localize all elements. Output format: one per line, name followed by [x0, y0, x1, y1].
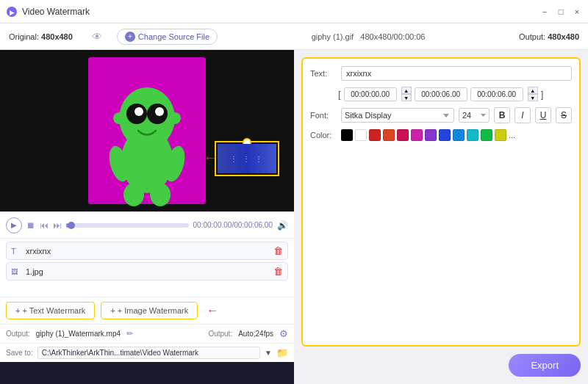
edit-output-icon[interactable]: ✏: [126, 329, 133, 338]
output-format-value: Auto;24fps: [238, 330, 273, 338]
main-content: ← ▶ ⏹ ⏮ ⏭ 00:00:00.00/00:00:06.00 🔊 T xr…: [0, 50, 588, 384]
start-time-spinner[interactable]: ▲ ▼: [401, 87, 412, 101]
color-yellow[interactable]: [495, 129, 506, 141]
layer-image-name: 1.jpg: [26, 267, 273, 276]
end-time-input[interactable]: [415, 87, 467, 101]
delete-image-layer-button[interactable]: 🗑: [273, 266, 283, 277]
app-title: Video Watermark: [22, 7, 539, 17]
strikethrough-button[interactable]: S: [556, 107, 572, 123]
underline-button[interactable]: U: [535, 107, 551, 123]
change-source-label: Change Source File: [138, 32, 209, 41]
duration-input[interactable]: [470, 87, 523, 101]
bracket-close: ]: [541, 89, 544, 100]
eye-icon[interactable]: 👁: [92, 31, 102, 43]
output-size: 480x480: [548, 32, 579, 41]
start-time-input[interactable]: [344, 87, 397, 101]
color-white[interactable]: [355, 129, 367, 141]
color-red[interactable]: [369, 129, 381, 141]
color-pink[interactable]: [397, 129, 409, 141]
play-button[interactable]: ▶: [6, 217, 22, 233]
font-selector[interactable]: Sitka Display Arial Times New Roman: [341, 108, 454, 123]
color-green[interactable]: [481, 129, 492, 141]
font-prop-label: Font:: [310, 111, 337, 120]
timeline-thumb[interactable]: [68, 222, 75, 229]
video-preview: ←: [0, 50, 294, 211]
playback-bar: ▶ ⏹ ⏮ ⏭ 00:00:00.00/00:00:06.00 🔊: [0, 211, 294, 238]
watermark-preview: [218, 144, 276, 173]
bracket-open: [: [338, 89, 341, 100]
next-frame-button[interactable]: ⏭: [53, 220, 62, 231]
color-orange-red[interactable]: [383, 129, 395, 141]
color-purple-pink[interactable]: [411, 129, 423, 141]
red-arrow-wm: ←: [207, 304, 218, 317]
layer-item-text: T xrxixnx 🗑: [6, 242, 288, 260]
file-dimensions: 480x480/00:00:06: [360, 32, 425, 41]
start-time-down[interactable]: ▼: [401, 94, 412, 101]
italic-button[interactable]: I: [514, 107, 531, 123]
output-size-label: Output: 480x480: [519, 32, 579, 41]
add-image-label: + Image Watermark: [118, 306, 188, 315]
stop-button[interactable]: ⏹: [26, 220, 35, 231]
bold-button[interactable]: B: [494, 107, 510, 123]
plus-circle-icon: +: [125, 32, 135, 42]
color-prop-label: Color:: [310, 131, 337, 140]
plus-icon: +: [15, 306, 20, 315]
color-black[interactable]: [341, 129, 353, 141]
color-property-row: Color: ...: [310, 129, 572, 141]
original-label: Original: 480x480: [9, 32, 73, 41]
layer-text-name: xrxixnx: [26, 247, 273, 256]
layer-item-image: 🖼 1.jpg 🗑: [6, 262, 288, 280]
end-time-spinner[interactable]: ▲ ▼: [528, 87, 538, 101]
title-bar: ▶ Video Watermark − □ ×: [0, 0, 588, 23]
text-layer-icon: T: [11, 247, 21, 256]
timeline-track[interactable]: [66, 223, 189, 228]
color-blue[interactable]: [439, 129, 451, 141]
change-source-button[interactable]: + Change Source File: [117, 29, 218, 45]
more-colors-button[interactable]: ...: [509, 131, 515, 140]
start-time-up[interactable]: ▲: [401, 87, 412, 94]
alien-illustration: [74, 54, 220, 208]
file-info: giphy (1).gif 480x480/00:00:06: [232, 32, 504, 41]
text-input[interactable]: [341, 66, 572, 81]
properties-box: Text: [ ▲ ▼ ▲ ▼ ] Fo: [301, 57, 581, 347]
output-filename: giphy (1)_Watermark.mp4: [36, 330, 121, 338]
add-image-watermark-button[interactable]: + + Image Watermark: [101, 302, 198, 319]
left-panel: ← ▶ ⏹ ⏮ ⏭ 00:00:00.00/00:00:06.00 🔊 T xr…: [0, 50, 294, 384]
time-display: 00:00:00.00/00:00:06.00: [193, 221, 273, 229]
font-size-selector[interactable]: 24 12 18 36 48: [459, 108, 490, 123]
prev-frame-button[interactable]: ⏮: [40, 220, 49, 231]
folder-icon[interactable]: 📁: [276, 347, 288, 358]
export-button[interactable]: Export: [509, 354, 581, 377]
color-purple[interactable]: [425, 129, 437, 141]
dropdown-arrow-icon[interactable]: ▼: [265, 349, 272, 357]
restore-button[interactable]: □: [556, 7, 566, 17]
end-time-up[interactable]: ▲: [528, 87, 538, 94]
font-property-row: Font: Sitka Display Arial Times New Roma…: [310, 107, 572, 123]
svg-point-14: [169, 112, 181, 124]
svg-point-12: [155, 107, 164, 116]
save-to-label: Save to:: [6, 349, 33, 357]
minimize-button[interactable]: −: [539, 7, 550, 17]
output-format-label: Output:: [208, 330, 232, 338]
settings-icon[interactable]: ⚙: [279, 328, 288, 339]
window-controls: − □ ×: [539, 7, 582, 17]
text-prop-label: Text:: [310, 69, 337, 78]
color-palette: ...: [341, 129, 515, 141]
export-area: Export: [301, 347, 581, 377]
add-watermark-bar: + + Text Watermark + + Image Watermark ←: [0, 297, 294, 324]
close-button[interactable]: ×: [572, 7, 582, 17]
plus-icon-2: +: [110, 306, 115, 315]
top-toolbar: Original: 480x480 👁 + Change Source File…: [0, 23, 588, 50]
output-file-label: Output:: [6, 330, 30, 338]
time-range-row: [ ▲ ▼ ▲ ▼ ]: [310, 87, 572, 101]
color-sky-blue[interactable]: [453, 129, 465, 141]
watermark-overlay[interactable]: [215, 141, 279, 176]
add-text-watermark-button[interactable]: + + Text Watermark: [6, 302, 95, 319]
right-panel: Text: [ ▲ ▼ ▲ ▼ ] Fo: [294, 50, 588, 384]
svg-point-13: [113, 112, 125, 124]
volume-icon[interactable]: 🔊: [277, 220, 288, 231]
color-cyan[interactable]: [467, 129, 478, 141]
add-text-label: + Text Watermark: [22, 306, 85, 315]
delete-text-layer-button[interactable]: 🗑: [273, 245, 283, 256]
end-time-down[interactable]: ▼: [528, 94, 538, 101]
